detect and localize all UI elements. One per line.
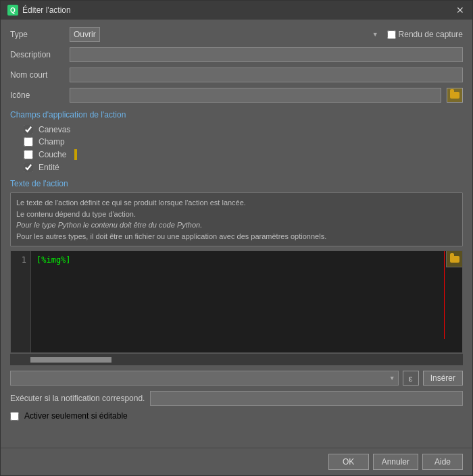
description-label: Description <box>10 50 64 59</box>
inserer-button[interactable]: Insérer <box>423 371 463 386</box>
scrollbar-thumb <box>30 357 111 363</box>
code-area: 1 <span class="code-tag">[%img%]</span> <box>10 250 463 353</box>
couche-indicator <box>74 149 77 160</box>
icone-row: Icône <box>10 87 463 103</box>
nom-court-row: Nom court image <box>10 67 463 83</box>
couche-label: Couche <box>39 150 66 159</box>
insert-row: ε Insérer <box>10 371 463 386</box>
type-row: Type Ouvrir Rendu de capture <box>10 26 463 43</box>
folder-icon-code <box>450 256 459 263</box>
desc-line-1: Le texte de l'action définit ce qui se p… <box>16 197 457 209</box>
code-editor-container: 1 <span class="code-tag">[%img%]</span> <box>10 250 463 365</box>
insert-dropdown-wrapper <box>10 371 399 386</box>
icone-folder-button[interactable] <box>447 88 463 103</box>
capture-checkbox[interactable] <box>387 30 396 39</box>
code-scrollbar[interactable] <box>10 353 463 365</box>
nom-court-label: Nom court <box>10 70 64 80</box>
texte-section-title: Texte de l'action <box>10 179 463 188</box>
checkbox-canevas: Canevas <box>24 125 463 134</box>
title-bar-left: Q Éditer l'action <box>7 5 71 16</box>
desc-line-3: Pour le type Python le contenu doit être… <box>16 219 457 231</box>
capture-label: Rendu de capture <box>399 30 463 39</box>
type-dropdown-wrapper: Ouvrir <box>70 27 382 42</box>
nom-court-input[interactable]: image <box>70 68 463 82</box>
folder-icon <box>450 92 459 99</box>
type-label: Type <box>10 30 64 39</box>
canevas-label: Canevas <box>39 125 70 134</box>
description-input[interactable]: image <box>70 47 463 62</box>
epsilon-label: ε <box>409 373 413 384</box>
activer-label: Activer seulement si éditable <box>24 411 128 421</box>
footer-buttons: OK Annuler Aide <box>1 448 472 475</box>
line-numbers: 1 <box>11 251 31 352</box>
couche-checkbox[interactable] <box>24 150 33 159</box>
dialog: Q Éditer l'action ✕ Type Ouvrir Rendu de… <box>0 0 473 476</box>
dialog-title: Éditer l'action <box>22 5 71 15</box>
champ-label: Champ <box>39 137 65 147</box>
content-area: Type Ouvrir Rendu de capture Description… <box>1 20 472 448</box>
line-1: 1 <box>15 254 26 267</box>
type-dropdown[interactable]: Ouvrir <box>70 27 100 42</box>
scrollbar-track <box>10 357 463 363</box>
insert-dropdown[interactable] <box>10 371 399 386</box>
entite-label: Entité <box>39 163 59 172</box>
capture-checkbox-row: Rendu de capture <box>387 30 463 39</box>
entite-checkbox[interactable] <box>24 163 33 172</box>
checkboxes-section: Canevas Champ Couche Entité <box>10 125 463 172</box>
champs-section-title: Champs d'application de l'action <box>10 110 463 120</box>
checkbox-entite: Entité <box>24 163 463 172</box>
champ-checkbox[interactable] <box>24 137 33 147</box>
code-textarea[interactable]: <span class="code-tag">[%img%]</span> <box>31 251 462 352</box>
executer-row: Exécuter si la notification correspond. <box>10 391 463 406</box>
checkbox-couche: Couche <box>24 149 463 160</box>
aide-button[interactable]: Aide <box>422 454 463 470</box>
annuler-button[interactable]: Annuler <box>373 454 418 470</box>
checkbox-champ: Champ <box>24 137 463 147</box>
epsilon-button[interactable]: ε <box>403 371 419 386</box>
close-button[interactable]: ✕ <box>455 5 466 16</box>
title-bar: Q Éditer l'action ✕ <box>1 1 472 20</box>
executer-input[interactable] <box>150 391 463 406</box>
code-folder-button[interactable] <box>446 251 462 267</box>
activer-row: Activer seulement si éditable <box>10 411 463 421</box>
executer-label: Exécuter si la notification correspond. <box>10 394 145 403</box>
desc-line-4: Pour les autres types, il doit être un f… <box>16 231 457 242</box>
ok-button[interactable]: OK <box>328 454 369 470</box>
icone-label: Icône <box>10 90 64 100</box>
canevas-checkbox[interactable] <box>24 125 33 134</box>
action-description-box: Le texte de l'action définit ce qui se p… <box>10 192 463 246</box>
icone-input[interactable] <box>70 88 441 103</box>
app-icon: Q <box>7 5 18 16</box>
description-row: Description image <box>10 47 463 63</box>
activer-checkbox[interactable] <box>10 412 19 421</box>
desc-line-2: Le contenu dépend du type d'action. <box>16 209 457 220</box>
